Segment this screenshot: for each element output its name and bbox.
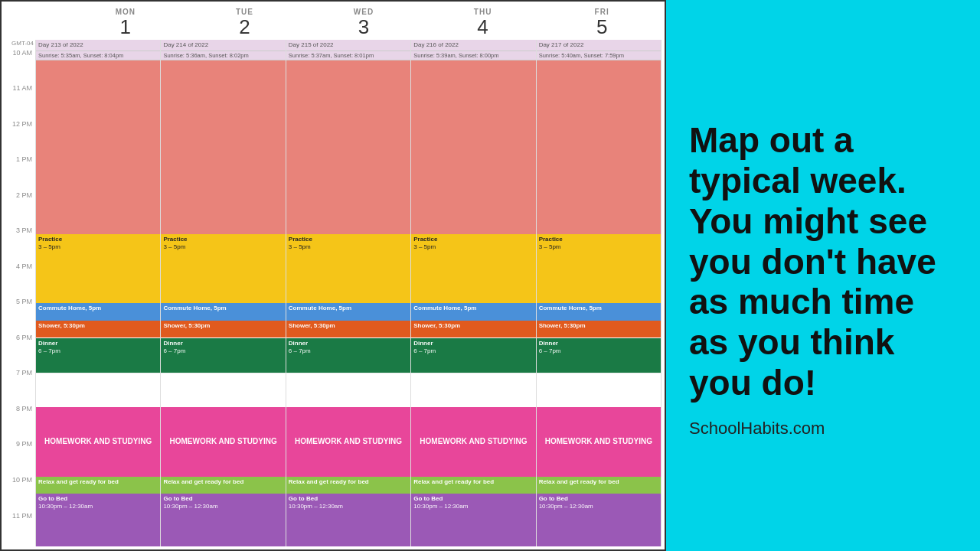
event-homework-mon: HOMEWORK AND STUDYING (36, 407, 160, 477)
day-header-wed: WED 3 (304, 8, 423, 38)
event-relax-tue: Relax and get ready for bed (161, 477, 285, 494)
day-info-wed: Day 215 of 2022 (286, 40, 410, 51)
day-col-thu: Day 216 of 2022 Sunrise: 5:39am, Sunset:… (410, 40, 535, 546)
day-headers: MON 1 TUE 2 WED 3 THU 4 FRI 5 (35, 8, 662, 38)
event-practice-mon: Practice 3 – 5pm (36, 234, 160, 304)
day-col-fri: Day 217 of 2022 Sunrise: 5:40am, Sunset:… (536, 40, 662, 546)
right-panel: Map out a typical week. You might see yo… (666, 0, 980, 551)
event-homework-tue: HOMEWORK AND STUDYING (161, 407, 285, 477)
event-commute-tue: Commute Home, 5pm (161, 303, 285, 320)
day-info-tue: Day 214 of 2022 (161, 40, 285, 51)
day-info-fri: Day 217 of 2022 (537, 40, 661, 51)
event-big-tue (161, 60, 285, 234)
event-big-mon (36, 60, 160, 234)
event-big-thu (411, 60, 535, 234)
time-grid-fri: Practice3 – 5pm Commute Home, 5pm Shower… (537, 60, 661, 546)
main-text: Map out a typical week. You might see yo… (689, 120, 957, 403)
event-dinner-fri: Dinner6 – 7pm (537, 338, 661, 373)
event-dinner-tue: Dinner6 – 7pm (161, 338, 285, 373)
day-header-tue: TUE 2 (185, 8, 305, 38)
day-col-tue: Day 214 of 2022 Sunrise: 5:36am, Sunset:… (160, 40, 285, 546)
day-header-thu: THU 4 (423, 8, 543, 38)
time-grid-mon: Practice 3 – 5pm Commute Home, 5pm Showe… (36, 60, 160, 546)
event-shower-wed: Shower, 5:30pm (286, 321, 410, 337)
time-grid-wed: Practice3 – 5pm Commute Home, 5pm Shower… (286, 60, 410, 546)
calendar-grid: GMT-04 10 AM 11 AM 12 PM 1 PM 2 PM 3 PM … (5, 40, 662, 546)
day-header-fri: FRI 5 (542, 8, 662, 38)
calendar-panel: MON 1 TUE 2 WED 3 THU 4 FRI 5 GMT-04 10 … (0, 0, 666, 551)
sunrise-fri: Sunrise: 5:40am, Sunset: 7:59pm (537, 51, 661, 60)
sunrise-thu: Sunrise: 5:39am, Sunset: 8:00pm (411, 51, 535, 60)
event-relax-mon: Relax and get ready for bed (36, 477, 160, 494)
event-gobed-tue: Go to Bed10:30pm – 12:30am (161, 494, 285, 546)
event-practice-tue: Practice3 – 5pm (161, 234, 285, 304)
event-homework-thu: HOMEWORK AND STUDYING (411, 407, 535, 477)
event-relax-fri: Relax and get ready for bed (537, 477, 661, 494)
time-labels: GMT-04 10 AM 11 AM 12 PM 1 PM 2 PM 3 PM … (5, 40, 35, 546)
event-practice-thu: Practice3 – 5pm (411, 234, 535, 304)
event-dinner-thu: Dinner6 – 7pm (411, 338, 535, 373)
day-col-mon: Day 213 of 2022 Sunrise: 5:35am, Sunset:… (35, 40, 160, 546)
event-gobed-thu: Go to Bed10:30pm – 12:30am (411, 494, 535, 546)
event-relax-thu: Relax and get ready for bed (411, 477, 535, 494)
event-relax-wed: Relax and get ready for bed (286, 477, 410, 494)
day-info-thu: Day 216 of 2022 (411, 40, 535, 51)
event-commute-wed: Commute Home, 5pm (286, 303, 410, 320)
day-header-mon: MON 1 (66, 8, 185, 38)
sunrise-wed: Sunrise: 5:37am, Sunset: 8:01pm (286, 51, 410, 60)
event-homework-fri: HOMEWORK AND STUDYING (537, 407, 661, 477)
event-practice-fri: Practice3 – 5pm (537, 234, 661, 304)
time-grid-thu: Practice3 – 5pm Commute Home, 5pm Shower… (411, 60, 535, 546)
gmt-label: GMT-04 (5, 40, 35, 47)
event-commute-mon: Commute Home, 5pm (36, 303, 160, 320)
event-gobed-wed: Go to Bed10:30pm – 12:30am (286, 494, 410, 546)
event-gobed-mon: Go to Bed 10:30pm – 12:30am (36, 494, 160, 546)
day-col-wed: Day 215 of 2022 Sunrise: 5:37am, Sunset:… (286, 40, 410, 546)
event-shower-mon: Shower, 5:30pm (36, 321, 160, 337)
event-gobed-fri: Go to Bed10:30pm – 12:30am (537, 494, 661, 546)
sunrise-mon: Sunrise: 5:35am, Sunset: 8:04pm (36, 51, 160, 60)
event-commute-fri: Commute Home, 5pm (537, 303, 661, 320)
days-container: .day-col-inner { flex: 1; border-left: 1… (35, 40, 662, 546)
day-info-mon: Day 213 of 2022 (36, 40, 160, 51)
event-big-fri (537, 60, 661, 234)
event-shower-tue: Shower, 5:30pm (161, 321, 285, 337)
event-homework-wed: HOMEWORK AND STUDYING (286, 407, 410, 477)
time-grid-tue: Practice3 – 5pm Commute Home, 5pm Shower… (161, 60, 285, 546)
event-practice-wed: Practice3 – 5pm (286, 234, 410, 304)
event-big-wed (286, 60, 410, 234)
event-shower-thu: Shower, 5:30pm (411, 321, 535, 337)
event-dinner-wed: Dinner6 – 7pm (286, 338, 410, 373)
event-dinner-mon: Dinner 6 – 7pm (36, 338, 160, 373)
sunrise-tue: Sunrise: 5:36am, Sunset: 8:02pm (161, 51, 285, 60)
event-shower-fri: Shower, 5:30pm (537, 321, 661, 337)
school-url: SchoolHabits.com (689, 419, 957, 439)
event-commute-thu: Commute Home, 5pm (411, 303, 535, 320)
